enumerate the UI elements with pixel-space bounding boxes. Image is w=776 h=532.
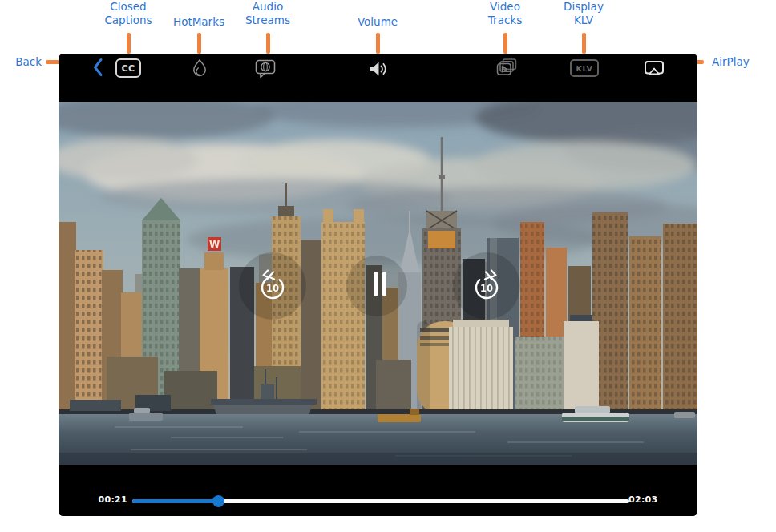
skip-forward-10-icon: 10 (469, 268, 504, 304)
connector-volume (376, 33, 380, 54)
airplay-icon (642, 58, 666, 78)
elapsed-time: 00:21 (94, 494, 127, 505)
progress-fill (132, 499, 218, 503)
speaker-icon (367, 59, 388, 79)
connector-audio-streams (266, 33, 270, 54)
audio-streams-button[interactable] (254, 58, 277, 79)
connector-video-tracks (503, 33, 507, 54)
building-sign-w: W (209, 239, 220, 250)
klv-icon-label: KLV (576, 64, 593, 73)
hotmarks-button[interactable] (190, 58, 209, 79)
player-toolbar: CC (59, 54, 697, 102)
video-player: CC (59, 54, 697, 516)
callout-display-klv: Display KLV (556, 0, 612, 27)
back-button[interactable] (91, 57, 104, 78)
video-frame[interactable]: W (59, 102, 697, 465)
volume-button[interactable] (367, 59, 388, 79)
callout-airplay: AirPlay (712, 55, 772, 69)
callout-back: Back (6, 55, 42, 69)
callout-volume: Volume (350, 15, 406, 29)
video-tracks-button[interactable] (495, 58, 519, 79)
connector-hotmarks (197, 33, 201, 54)
progress-track[interactable] (132, 499, 629, 503)
back-chevron-icon (91, 57, 104, 78)
skip-forward-label: 10 (480, 283, 493, 294)
pause-button[interactable] (362, 267, 398, 302)
connector-display-klv (582, 33, 586, 54)
skip-back-label: 10 (266, 283, 279, 294)
skip-forward-button[interactable]: 10 (469, 268, 504, 304)
callout-closed-captions: Closed Captions (100, 0, 156, 27)
pause-icon (362, 267, 398, 302)
speech-bubble-globe-icon (254, 58, 277, 79)
playback-bar: 00:21 02:03 (59, 465, 697, 516)
screenshot-root: Closed Captions HotMarks Audio Streams V… (0, 0, 776, 532)
duration-time: 02:03 (628, 494, 662, 505)
skip-back-button[interactable]: 10 (255, 268, 290, 304)
connector-closed-captions (127, 33, 131, 54)
skip-back-10-icon: 10 (255, 268, 290, 304)
callout-video-tracks: Video Tracks (477, 0, 533, 27)
closed-captions-button[interactable]: CC (115, 58, 141, 78)
video-stack-icon (495, 58, 519, 79)
airplay-button[interactable] (642, 58, 666, 78)
cc-icon-label: CC (121, 63, 135, 74)
flame-icon (190, 58, 209, 79)
progress-thumb[interactable] (212, 495, 224, 507)
display-klv-button[interactable]: KLV (570, 59, 599, 77)
callout-hotmarks: HotMarks (163, 15, 235, 29)
callout-audio-streams: Audio Streams (240, 0, 296, 27)
